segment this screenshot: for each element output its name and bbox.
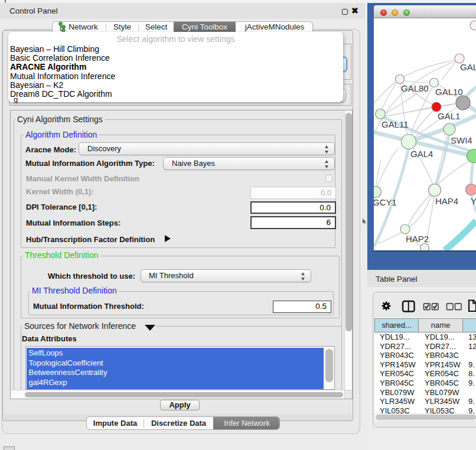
svg-text:YEL: YEL <box>471 196 476 206</box>
svg-text:GAL11: GAL11 <box>382 119 409 129</box>
svg-text:GAL80: GAL80 <box>401 83 429 93</box>
svg-text:GAL4: GAL4 <box>410 149 433 159</box>
svg-text:GCY1: GCY1 <box>374 197 397 207</box>
svg-text:GAL1: GAL1 <box>438 111 460 121</box>
svg-text:SWI4: SWI4 <box>451 135 472 145</box>
svg-text:HAP2: HAP2 <box>406 234 429 244</box>
svg-text:GAL10: GAL10 <box>435 87 463 97</box>
svg-text:HAP4: HAP4 <box>435 196 458 206</box>
svg-text:GAL7: GAL7 <box>460 62 476 72</box>
